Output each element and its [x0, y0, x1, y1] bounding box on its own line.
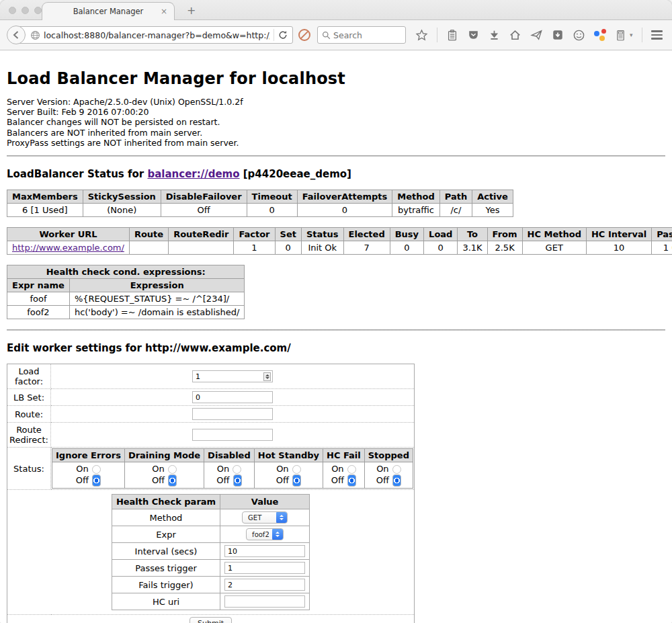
radio-on-unselected[interactable] — [233, 465, 241, 474]
tab-title: Balancer Manager — [73, 7, 144, 16]
toolbar-separator — [642, 28, 642, 42]
fails-input[interactable] — [224, 579, 305, 591]
search-bar[interactable] — [317, 26, 406, 44]
route-label: Route: — [7, 406, 51, 423]
radio-off-selected[interactable] — [347, 474, 356, 487]
notes-icon — [615, 29, 626, 42]
radio-on-unselected[interactable] — [292, 465, 301, 474]
radio-off-selected[interactable] — [168, 474, 177, 487]
load-factor-input[interactable] — [192, 370, 273, 382]
search-icon — [322, 31, 331, 40]
table-header-row: MaxMembers StickySession DisableFailover… — [7, 190, 513, 204]
content-blocked-button[interactable] — [298, 29, 310, 41]
on-label: On — [331, 464, 343, 474]
hc-uri-input[interactable] — [224, 595, 305, 608]
load-factor-label: Load factor: — [7, 364, 51, 389]
form-row-health-check: Health Check param Value Method GET — [7, 490, 415, 615]
hc-uri-label: HC uri — [112, 593, 220, 610]
radio-on-unselected[interactable] — [92, 465, 101, 474]
smiley-icon — [573, 29, 585, 42]
radio-off-selected[interactable] — [92, 474, 101, 487]
route-redirect-input[interactable] — [192, 429, 273, 441]
passes-input[interactable] — [224, 562, 305, 574]
status-radio-row: On Off On Off On Off — [52, 462, 413, 489]
urlbar-divider — [274, 29, 274, 41]
balancer-demo-link[interactable]: balancer://demo — [147, 168, 239, 180]
radio-off-selected[interactable] — [233, 474, 242, 487]
route-input[interactable] — [192, 408, 273, 420]
off-label: Off — [76, 475, 89, 486]
downloads-button[interactable] — [489, 29, 500, 41]
close-window-button[interactable] — [9, 7, 16, 14]
form-row-submit: Submit — [7, 615, 415, 623]
status-label: Status: — [7, 448, 51, 490]
heading-prefix: LoadBalancer Status for — [7, 168, 147, 180]
server-version-line: Server Version: Apache/2.5.0-dev (Unix) … — [7, 97, 665, 107]
save-page-button[interactable] — [552, 29, 564, 41]
download-icon — [489, 29, 500, 41]
window-controls — [9, 7, 42, 14]
clipboard-icon — [446, 29, 458, 42]
lb-set-input[interactable] — [192, 391, 273, 403]
multi-account-button[interactable] — [594, 29, 606, 41]
health-check-expressions-table: Health check cond. expressions: Expr nam… — [7, 265, 245, 319]
on-label: On — [276, 464, 288, 474]
reading-list-button[interactable] — [446, 29, 458, 42]
number-spinner-icon[interactable] — [263, 372, 271, 381]
new-tab-button[interactable]: + — [187, 4, 196, 17]
reload-button[interactable] — [278, 30, 288, 40]
bookmark-star-button[interactable] — [415, 29, 428, 42]
square-download-icon — [552, 29, 564, 41]
radio-on-unselected[interactable] — [347, 465, 356, 474]
status-hot-standby: On Off — [254, 462, 323, 489]
notes-button[interactable] — [615, 29, 626, 42]
on-label: On — [376, 464, 388, 474]
on-label: On — [76, 464, 88, 474]
radio-off-selected[interactable] — [292, 474, 301, 487]
blocked-icon — [298, 29, 310, 41]
overflow-caret-icon[interactable]: ▾ — [630, 32, 633, 38]
colored-dots-icon — [594, 31, 599, 36]
worker-url-link[interactable]: http://www.example.com/ — [12, 243, 124, 253]
pocket-icon — [467, 29, 480, 41]
hc-row-fails: Fails trigger) — [112, 577, 309, 593]
browser-window: Balancer Manager × + localhost:8880/bala… — [0, 0, 672, 623]
interval-input[interactable] — [224, 545, 305, 557]
col-timeout: Timeout — [247, 190, 297, 204]
search-input[interactable] — [333, 30, 394, 40]
balancer-status-heading: LoadBalancer Status for balancer://demo … — [7, 168, 665, 180]
method-select[interactable]: GET — [242, 511, 288, 524]
menu-button[interactable] — [651, 30, 663, 40]
col-active: Active — [472, 190, 513, 204]
submit-button[interactable]: Submit — [190, 617, 232, 623]
hc-row-hc-uri: HC uri — [112, 593, 309, 610]
expr-select[interactable]: foof2 — [246, 528, 284, 540]
pocket-button[interactable] — [467, 29, 480, 41]
hc-row-passes: Passes trigger — [112, 560, 309, 577]
off-label: Off — [152, 475, 165, 486]
table-row: foof2 hc('body') =~ /domain is establish… — [7, 306, 245, 319]
home-button[interactable] — [509, 29, 521, 41]
edit-worker-heading: Edit worker settings for http://www.exam… — [7, 342, 665, 354]
tab-close-icon[interactable]: × — [161, 7, 167, 16]
back-button[interactable] — [7, 26, 26, 44]
server-info: Server Version: Apache/2.5.0-dev (Unix) … — [7, 97, 665, 148]
col-disablefailover: DisableFailover — [161, 190, 247, 204]
send-button[interactable] — [530, 29, 543, 41]
status-header-row: Ignore Errors Draining Mode Disabled Hot… — [52, 449, 413, 462]
fails-label: Fails trigger) — [112, 577, 220, 593]
table-row: foof %{REQUEST_STATUS} =~ /^[234]/ — [7, 292, 245, 306]
url-text[interactable]: localhost:8880/balancer-manager?b=demo&w… — [44, 30, 269, 40]
radio-off-selected[interactable] — [392, 474, 401, 487]
minimize-window-button[interactable] — [22, 7, 29, 14]
url-bar[interactable]: localhost:8880/balancer-manager?b=demo&w… — [16, 26, 293, 44]
status-stopped: On Off — [364, 462, 413, 489]
zoom-window-button[interactable] — [34, 7, 42, 14]
tab-balancer-manager[interactable]: Balancer Manager × — [42, 2, 175, 20]
radio-on-unselected[interactable] — [392, 465, 401, 474]
off-label: Off — [276, 475, 289, 486]
page-content: Load Balancer Manager for localhost Serv… — [0, 50, 672, 623]
route-redirect-label: Route Redirect: — [7, 423, 51, 448]
feedback-button[interactable] — [573, 29, 585, 42]
radio-on-unselected[interactable] — [168, 465, 177, 474]
